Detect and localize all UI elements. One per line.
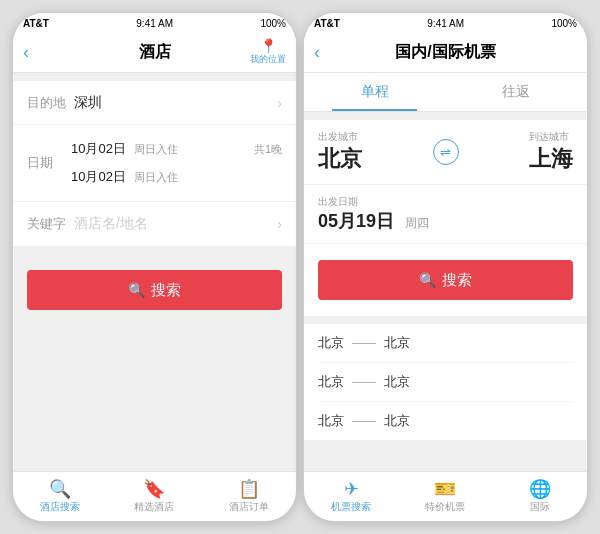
nights: 共1晚 xyxy=(254,142,282,157)
time-left: 9:41 AM xyxy=(136,18,173,29)
tab-bar-right: ✈ 机票搜索 🎫 特价机票 🌐 国际 xyxy=(304,471,587,521)
checkin-weekday: 周日入住 xyxy=(134,142,178,157)
selected-hotels-tab-icon: 🔖 xyxy=(143,480,165,498)
checkout-weekday: 周日入住 xyxy=(134,170,178,185)
status-bar-right: AT&T 9:41 AM 100% xyxy=(304,13,587,33)
special-flights-tab-icon: 🎫 xyxy=(434,480,456,498)
right-phone: AT&T 9:41 AM 100% ‹ 国内/国际机票 单程 往返 出发城市 xyxy=(303,12,588,522)
battery-right: 100% xyxy=(551,18,577,29)
selected-hotels-tab-label: 精选酒店 xyxy=(134,500,174,514)
hotel-search-label: 搜索 xyxy=(151,281,181,300)
nav-bar-right: ‹ 国内/国际机票 xyxy=(304,33,587,73)
checkin-row: 10月02日 周日入住 共1晚 xyxy=(71,135,282,163)
flight-content: 出发城市 北京 ⇌ 到达城市 上海 出发日期 05月19日 xyxy=(304,112,587,471)
swap-cities-button[interactable]: ⇌ xyxy=(433,139,459,165)
departure-date-row[interactable]: 出发日期 05月19日 周四 xyxy=(304,185,587,244)
checkout-date: 10月02日 xyxy=(71,168,126,186)
flight-search-btn-wrap: 🔍 搜索 xyxy=(304,244,587,316)
keyword-row[interactable]: 关键字 酒店名/地名 › xyxy=(13,202,296,246)
flight-form: 出发城市 北京 ⇌ 到达城市 上海 出发日期 05月19日 xyxy=(304,120,587,316)
time-right: 9:41 AM xyxy=(427,18,464,29)
my-location-button[interactable]: 📍 我的位置 xyxy=(250,39,286,66)
checkout-row: 10月02日 周日入住 xyxy=(71,163,282,191)
recent-from-2: 北京 xyxy=(318,412,344,430)
segment-one-way[interactable]: 单程 xyxy=(304,73,446,111)
date-label: 日期 xyxy=(27,154,63,172)
flight-segment-bar: 单程 往返 xyxy=(304,73,587,112)
swap-icon: ⇌ xyxy=(440,145,451,160)
hotel-content: 目的地 深圳 › 日期 10月02日 周日入住 共1晚 10月02日 xyxy=(13,73,296,471)
recent-to-2: 北京 xyxy=(384,412,410,430)
nav-title-left: 酒店 xyxy=(139,42,171,63)
intl-tab-icon: 🌐 xyxy=(529,480,551,498)
destination-arrow: › xyxy=(277,95,282,111)
recent-searches: 北京 —— 北京 北京 —— 北京 北京 —— 北京 xyxy=(304,324,587,440)
carrier-left: AT&T xyxy=(23,18,49,29)
departure-date: 05月19日 xyxy=(318,211,394,231)
hotel-search-tab-label: 酒店搜索 xyxy=(40,500,80,514)
recent-arrow-0: —— xyxy=(352,336,376,350)
recent-arrow-2: —— xyxy=(352,414,376,428)
departure-date-value-row: 05月19日 周四 xyxy=(318,209,573,233)
nav-title-right: 国内/国际机票 xyxy=(395,42,495,63)
tab-special-flights[interactable]: 🎫 特价机票 xyxy=(398,472,492,521)
back-button-right[interactable]: ‹ xyxy=(314,42,320,63)
to-city: 上海 xyxy=(529,144,573,174)
recent-item-1[interactable]: 北京 —— 北京 xyxy=(318,363,573,402)
hotel-search-btn-wrap: 🔍 搜索 xyxy=(13,254,296,326)
carrier-right: AT&T xyxy=(314,18,340,29)
to-city-group: 到达城市 上海 xyxy=(529,130,573,174)
location-label: 我的位置 xyxy=(250,53,286,66)
hotel-orders-tab-label: 酒店订单 xyxy=(229,500,269,514)
tab-intl[interactable]: 🌐 国际 xyxy=(493,472,587,521)
round-trip-label: 往返 xyxy=(502,83,530,99)
nav-bar-left: ‹ 酒店 📍 我的位置 xyxy=(13,33,296,73)
recent-item-2[interactable]: 北京 —— 北京 xyxy=(318,402,573,440)
hotel-orders-tab-icon: 📋 xyxy=(238,480,260,498)
segment-round-trip[interactable]: 往返 xyxy=(446,73,588,111)
destination-row[interactable]: 目的地 深圳 › xyxy=(13,81,296,125)
hotel-search-button[interactable]: 🔍 搜索 xyxy=(27,270,282,310)
date-label-flight: 出发日期 xyxy=(318,195,573,209)
special-flights-tab-label: 特价机票 xyxy=(425,500,465,514)
tab-hotel-search[interactable]: 🔍 酒店搜索 xyxy=(13,472,107,521)
recent-item-0[interactable]: 北京 —— 北京 xyxy=(318,324,573,363)
date-group: 10月02日 周日入住 共1晚 10月02日 周日入住 xyxy=(71,135,282,191)
destination-value: 深圳 xyxy=(74,94,277,112)
recent-to-1: 北京 xyxy=(384,373,410,391)
tab-bar-left: 🔍 酒店搜索 🔖 精选酒店 📋 酒店订单 xyxy=(13,471,296,521)
tab-hotel-orders[interactable]: 📋 酒店订单 xyxy=(202,472,296,521)
back-button-left[interactable]: ‹ xyxy=(23,42,29,63)
tab-flight-search[interactable]: ✈ 机票搜索 xyxy=(304,472,398,521)
hotel-search-tab-icon: 🔍 xyxy=(49,480,71,498)
hotel-form: 目的地 深圳 › 日期 10月02日 周日入住 共1晚 10月02日 xyxy=(13,81,296,246)
keyword-placeholder: 酒店名/地名 xyxy=(74,215,277,233)
keyword-arrow: › xyxy=(277,216,282,232)
flight-search-button[interactable]: 🔍 搜索 xyxy=(318,260,573,300)
flight-search-label: 搜索 xyxy=(442,271,472,290)
from-city: 北京 xyxy=(318,144,362,174)
search-icon: 🔍 xyxy=(128,282,145,298)
dates-row[interactable]: 日期 10月02日 周日入住 共1晚 10月02日 周日入住 xyxy=(13,125,296,202)
to-label: 到达城市 xyxy=(529,130,573,144)
intl-tab-label: 国际 xyxy=(530,500,550,514)
one-way-label: 单程 xyxy=(361,83,389,99)
flight-search-tab-label: 机票搜索 xyxy=(331,500,371,514)
left-phone: AT&T 9:41 AM 100% ‹ 酒店 📍 我的位置 目的地 深圳 › xyxy=(12,12,297,522)
checkin-date: 10月02日 xyxy=(71,140,126,158)
battery-left: 100% xyxy=(260,18,286,29)
departure-weekday: 周四 xyxy=(405,216,429,230)
recent-to-0: 北京 xyxy=(384,334,410,352)
city-selection-row[interactable]: 出发城市 北京 ⇌ 到达城市 上海 xyxy=(304,120,587,185)
from-city-group: 出发城市 北京 xyxy=(318,130,362,174)
flight-search-tab-icon: ✈ xyxy=(344,480,359,498)
location-icon: 📍 xyxy=(260,39,277,53)
recent-from-1: 北京 xyxy=(318,373,344,391)
destination-label: 目的地 xyxy=(27,94,66,112)
recent-arrow-1: —— xyxy=(352,375,376,389)
flight-search-icon: 🔍 xyxy=(419,272,436,288)
status-bar-left: AT&T 9:41 AM 100% xyxy=(13,13,296,33)
keyword-label: 关键字 xyxy=(27,215,66,233)
tab-selected-hotels[interactable]: 🔖 精选酒店 xyxy=(107,472,201,521)
recent-from-0: 北京 xyxy=(318,334,344,352)
